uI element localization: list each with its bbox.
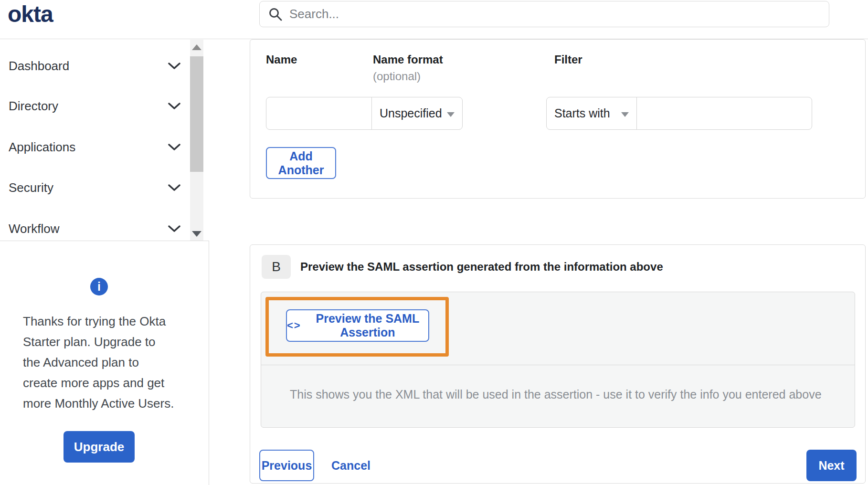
cancel-link[interactable]: Cancel [331, 450, 370, 481]
promo-line: more Monthly Active Users. [23, 393, 188, 414]
sidebar-item-directory[interactable]: Directory [9, 94, 180, 118]
sidebar-item-dashboard[interactable]: Dashboard [9, 53, 180, 78]
chevron-down-icon [168, 184, 180, 191]
promo-line: create more apps and get [23, 373, 188, 393]
upgrade-button[interactable]: Upgrade [64, 431, 135, 463]
step-b-badge: B [262, 255, 291, 279]
preview-saml-assertion-button[interactable]: <> Preview the SAML Assertion [286, 309, 429, 342]
code-icon: <> [287, 319, 301, 332]
annotation-highlight-rect: <> Preview the SAML Assertion [265, 297, 449, 357]
preview-button-label: Preview the SAML Assertion [307, 312, 428, 339]
filter-value-input[interactable] [636, 97, 812, 130]
preview-assertion-panel: B Preview the SAML assertion generated f… [250, 244, 866, 484]
global-search[interactable] [259, 1, 829, 27]
name-format-column-label: Name format [373, 53, 443, 66]
scroll-down-arrow-icon[interactable] [192, 231, 201, 237]
scroll-up-arrow-icon[interactable] [192, 44, 201, 50]
preview-helper-text: This shows you the XML that will be used… [290, 388, 822, 401]
sidebar-bottom-divider [0, 241, 209, 241]
sidebar-item-label: Workflow [9, 221, 59, 236]
sidebar-item-security[interactable]: Security [9, 175, 180, 200]
okta-logo: okta [8, 1, 53, 27]
sidebar-item-workflow[interactable]: Workflow [9, 216, 180, 241]
promo-line: the Advanced plan to [23, 352, 188, 373]
preview-assertion-box: <> Preview the SAML Assertion This shows… [261, 292, 855, 428]
filter-type-select[interactable]: Starts with [546, 97, 637, 130]
search-input[interactable] [289, 7, 767, 21]
sidebar-scrollbar[interactable] [190, 40, 203, 241]
previous-button[interactable]: Previous [259, 450, 314, 481]
sidebar-item-applications[interactable]: Applications [9, 135, 180, 159]
name-format-optional-label: (optional) [373, 70, 421, 83]
preview-section-heading: Preview the SAML assertion generated fro… [300, 260, 663, 274]
attribute-name-input[interactable] [266, 97, 372, 130]
plan-promo-text: Thanks for trying the Okta Starter plan.… [23, 311, 188, 414]
chevron-down-icon [168, 102, 180, 110]
select-caret-icon [447, 112, 455, 117]
chevron-down-icon [168, 62, 180, 70]
sidebar-item-label: Security [9, 180, 53, 195]
promo-line: Thanks for trying the Okta [23, 311, 188, 332]
okta-admin-page: okta Dashboard Directory Applications Se… [0, 0, 868, 485]
sidebar-right-divider [209, 241, 209, 485]
chevron-down-icon [168, 143, 180, 151]
preview-button-row: <> Preview the SAML Assertion [261, 292, 855, 365]
filter-column-label: Filter [554, 53, 582, 66]
scrollbar-thumb[interactable] [190, 56, 203, 172]
name-format-selected-value: Unspecified [380, 106, 442, 120]
chevron-down-icon [168, 225, 180, 232]
search-icon [268, 7, 283, 21]
name-format-select[interactable]: Unspecified [371, 97, 463, 130]
attribute-statements-panel: Name Name format (optional) Filter Unspe… [250, 39, 866, 199]
filter-type-selected-value: Starts with [554, 106, 610, 120]
promo-line: Starter plan. Upgrade to [23, 332, 188, 352]
top-header: okta [0, 0, 868, 39]
add-another-button[interactable]: Add Another [266, 147, 336, 179]
sidebar-item-label: Applications [9, 140, 75, 155]
next-button[interactable]: Next [806, 450, 857, 481]
info-icon: i [90, 278, 108, 295]
sidebar-item-label: Dashboard [9, 59, 69, 74]
name-column-label: Name [266, 53, 297, 66]
sidebar-item-label: Directory [9, 99, 58, 114]
select-caret-icon [621, 112, 629, 117]
